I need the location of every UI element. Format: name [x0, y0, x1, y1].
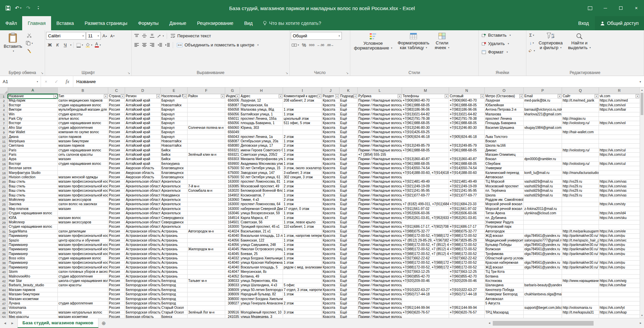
cell-L17[interactable]: Парики / Накладные волосы: [358, 166, 402, 171]
cell-I42[interactable]: [283, 279, 322, 283]
cell-F24[interactable]: [188, 198, 225, 202]
cell-N46[interactable]: [449, 297, 485, 301]
cell-N12[interactable]: +7(913)249-85-79: [449, 144, 485, 148]
cell-E11[interactable]: Новоалтайск: [161, 139, 188, 144]
cell-D10[interactable]: Алтайский край: [125, 135, 161, 139]
cell-R1[interactable]: vk.com▾: [599, 94, 640, 99]
cell-I18[interactable]: 3 кабинет, 3 этаж: [283, 171, 322, 175]
cell-N31[interactable]: +7(988)075-32-77: [449, 229, 485, 234]
filter-dropdown-button[interactable]: ▾: [636, 95, 639, 98]
cell-P12[interactable]: [524, 144, 562, 148]
column-header-G[interactable]: G: [225, 87, 240, 94]
cell-D1[interactable]: Регион▾: [125, 94, 161, 99]
cell-E6[interactable]: Барнаул: [161, 117, 188, 121]
cell-P28[interactable]: [524, 216, 562, 220]
cell-H24[interactable]: Тимме, 4 к3: [240, 198, 283, 202]
cell-E20[interactable]: Архангельск: [161, 180, 188, 184]
cell-N9[interactable]: [449, 130, 485, 135]
cell-C14[interactable]: Россия: [108, 153, 125, 157]
copy-button[interactable]: ▾: [25, 40, 34, 47]
cell-F28[interactable]: [188, 216, 225, 220]
cell-P40[interactable]: [524, 270, 562, 274]
cell-Q21[interactable]: http://vs29.ru: [562, 184, 599, 189]
cell-D31[interactable]: Астраханская область: [125, 229, 161, 234]
row-header-17[interactable]: 17: [0, 166, 8, 171]
row-header-11[interactable]: 11: [0, 139, 8, 144]
cell-O46[interactable]: Автовокзал: [485, 297, 524, 301]
cell-N17[interactable]: +7(914)550-74-54: [449, 166, 485, 171]
cell-B31[interactable]: салон депиляции: [58, 229, 108, 234]
cell-H20[interactable]: проспект Ломоносова, 81: [240, 180, 283, 184]
cell-G20[interactable]: 163000: [225, 180, 240, 184]
cell-Q25[interactable]: [562, 202, 599, 207]
cell-G50[interactable]: 241035: [225, 315, 240, 318]
cell-Q42[interactable]: http://www.наращиваниево: [562, 279, 599, 283]
italic-button[interactable]: К: [54, 41, 61, 48]
cell-I41[interactable]: [283, 275, 322, 279]
row-header-43[interactable]: 43: [0, 283, 8, 288]
cell-G46[interactable]: 308000: [225, 297, 240, 301]
cell-F31[interactable]: Автогородок м-н: [188, 229, 225, 234]
row-header-33[interactable]: 33: [0, 239, 8, 243]
row-header-38[interactable]: 38: [0, 261, 8, 265]
cell-R9[interactable]: [599, 130, 640, 135]
cell-R8[interactable]: [599, 126, 640, 130]
row-header-46[interactable]: 46: [0, 297, 8, 301]
insert-cells-button[interactable]: Вставить▾: [480, 31, 513, 39]
cell-G27[interactable]: 163046: [225, 211, 240, 216]
cell-A1[interactable]: Название▾: [8, 94, 58, 99]
cell-Q36[interactable]: http://parikmakher30.ru/: [562, 252, 599, 256]
row-header-15[interactable]: 15: [0, 157, 8, 161]
cell-E5[interactable]: Барнаул: [161, 112, 188, 117]
filter-dropdown-button[interactable]: ▾: [183, 95, 187, 98]
cell-O7[interactable]: Площадь Баварина: [485, 121, 524, 125]
cell-E19[interactable]: Благовещенск: [161, 175, 188, 180]
cell-N39[interactable]: +7(988)172-00-52: [449, 265, 485, 270]
row-header-23[interactable]: 23: [0, 193, 8, 198]
cell-C22[interactable]: Россия: [108, 189, 125, 193]
cell-Q50[interactable]: [562, 315, 599, 318]
cell-M47[interactable]: [402, 301, 449, 306]
cell-A33[interactable]: Spazio: [8, 239, 58, 243]
cell-A14[interactable]: Paris: [8, 153, 58, 157]
cell-P1[interactable]: Email▾: [524, 94, 562, 99]
cell-R6[interactable]: [599, 117, 640, 121]
font-size-select[interactable]: 11▾: [86, 32, 101, 40]
cell-M21[interactable]: +7(921)249-19-09: [402, 184, 449, 189]
cell-B48[interactable]: [58, 306, 108, 310]
cell-J19[interactable]: Красота: [322, 175, 339, 180]
cell-K2[interactable]: Ещё: [339, 99, 358, 103]
cell-G12[interactable]: 658080: [225, 144, 240, 148]
cell-H16[interactable]: Академика Мясникова улица: [240, 162, 283, 166]
cell-K14[interactable]: Ещё: [339, 153, 358, 157]
cell-H33[interactable]: Бакинская, 122: [240, 239, 283, 243]
cell-B23[interactable]: магазин профессиональной косметики: [58, 193, 108, 198]
cell-O15[interactable]: Вокзал: [485, 157, 524, 161]
cell-B24[interactable]: магазин аксессуаров: [58, 198, 108, 202]
cell-K29[interactable]: Ещё: [339, 220, 358, 225]
cell-I10[interactable]: 2 этаж: [283, 135, 322, 139]
cell-P44[interactable]: [524, 288, 562, 292]
cell-N41[interactable]: +7(960)855-42-70: [449, 275, 485, 279]
cell-B22[interactable]: магазин профессиональной косметики: [58, 189, 108, 193]
cell-P24[interactable]: [524, 198, 562, 202]
cell-A38[interactable]: Парикмахер: [8, 261, 58, 265]
cell-J29[interactable]: Красота: [322, 220, 339, 225]
cell-C38[interactable]: Россия: [108, 261, 125, 265]
cell-O16[interactable]: Сбербанк: [485, 162, 524, 166]
cell-A27[interactable]: Студия наращивания волос: [8, 211, 58, 216]
font-color-button[interactable]: А▾: [94, 41, 102, 48]
cell-O12[interactable]: Школа №166: [485, 144, 524, 148]
cell-I29[interactable]: 1 этаж, левое крыло: [283, 220, 322, 225]
cell-O13[interactable]: Димакс: [485, 148, 524, 153]
tab-formulas[interactable]: Формулы: [133, 16, 164, 30]
cell-J7[interactable]: Красота: [322, 121, 339, 125]
tab-data[interactable]: Данные: [164, 16, 192, 30]
column-header-D[interactable]: D: [125, 87, 161, 94]
cell-C24[interactable]: Россия: [108, 198, 125, 202]
cell-C10[interactable]: Россия: [108, 135, 125, 139]
cell-K27[interactable]: Ещё: [339, 211, 358, 216]
cell-E29[interactable]: Северодвинск: [161, 220, 188, 225]
cell-F35[interactable]: Жилгородок м-н: [188, 247, 225, 252]
decrease-font-size-button[interactable]: А▼: [109, 32, 116, 39]
